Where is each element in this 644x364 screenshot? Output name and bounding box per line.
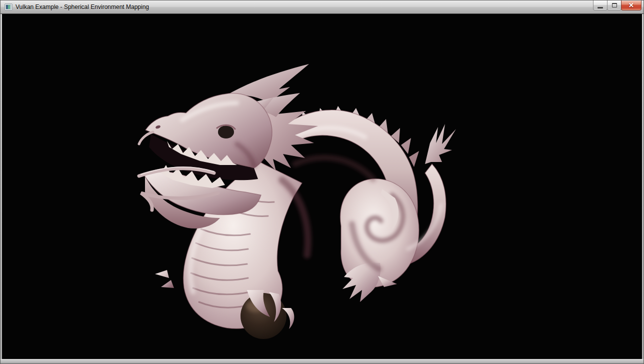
window-title: Vulkan Example - Spherical Environment M… xyxy=(16,0,149,14)
minimize-icon xyxy=(598,7,603,8)
viewport[interactable] xyxy=(2,14,642,359)
app-icon[interactable] xyxy=(4,3,12,11)
window-controls: ✕ xyxy=(594,0,642,10)
titlebar[interactable]: Vulkan Example - Spherical Environment M… xyxy=(0,0,644,14)
chest-spikes xyxy=(155,270,174,288)
app-window: Vulkan Example - Spherical Environment M… xyxy=(0,0,644,364)
minimize-button[interactable] xyxy=(593,0,608,10)
maximize-button[interactable] xyxy=(607,0,622,10)
app-icon-image xyxy=(4,3,12,11)
eye xyxy=(218,126,234,138)
window-bottom-border xyxy=(0,359,644,364)
dragon-head xyxy=(139,64,318,228)
close-button[interactable]: ✕ xyxy=(621,0,642,10)
maximize-icon xyxy=(612,3,617,8)
close-icon: ✕ xyxy=(628,1,634,10)
dragon-hind-coil xyxy=(340,179,419,302)
dragon-render xyxy=(2,14,642,359)
tail-spike-fan xyxy=(425,124,456,164)
